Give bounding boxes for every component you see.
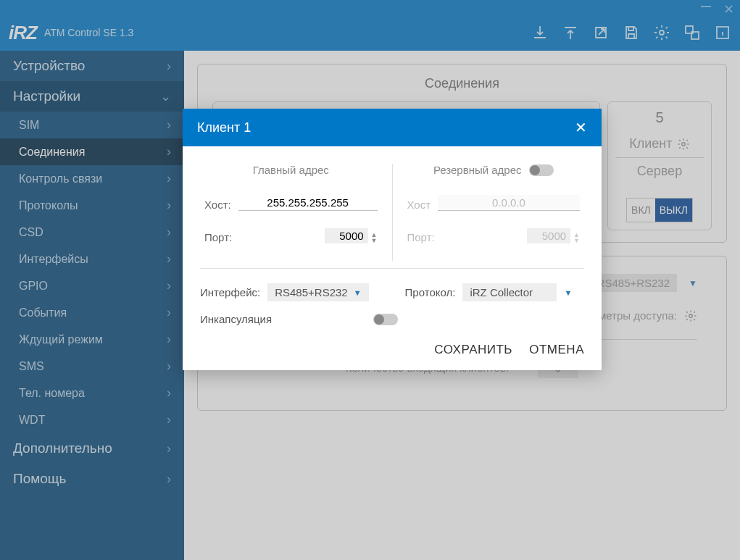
- dlg-proto-select[interactable]: iRZ Collector: [462, 283, 557, 301]
- port-backup-input: [527, 228, 570, 243]
- backup-address-heading: Резервный адрес: [433, 164, 522, 176]
- port-main-input[interactable]: [325, 228, 368, 243]
- dlg-proto-label: Протокол:: [405, 286, 456, 298]
- dropdown-icon: ▼: [354, 288, 362, 297]
- host-backup-input: [438, 195, 580, 211]
- encaps-label: Инкапсуляция: [200, 313, 272, 325]
- host-main-input[interactable]: [238, 195, 378, 211]
- spinner-icon[interactable]: ▲▼: [371, 232, 378, 243]
- dropdown-icon: ▼: [564, 288, 572, 297]
- cancel-button[interactable]: ОТМЕНА: [529, 343, 584, 356]
- encaps-toggle[interactable]: [373, 314, 398, 325]
- main-address-col: Главный адрес Хост: Порт: ▲▼: [200, 164, 393, 261]
- port-label: Порт:: [204, 231, 232, 243]
- dialog-title: Клиент 1: [197, 120, 251, 135]
- client-dialog: Клиент 1 ✕ Главный адрес Хост: Порт: ▲▼: [183, 109, 602, 370]
- spinner-icon: ▲▼: [573, 232, 580, 243]
- save-button[interactable]: СОХРАНИТЬ: [434, 343, 512, 356]
- port-label-backup: Порт:: [407, 231, 435, 243]
- dlg-iface-select[interactable]: RS485+RS232 ▼: [267, 283, 368, 301]
- close-icon[interactable]: ✕: [575, 119, 587, 136]
- host-label: Хост:: [204, 198, 231, 211]
- dlg-iface-label: Интерфейс:: [200, 286, 260, 298]
- dialog-header: Клиент 1 ✕: [183, 109, 602, 146]
- host-label-backup: Хост: [407, 198, 431, 211]
- backup-toggle[interactable]: [529, 164, 554, 176]
- backup-address-col: Резервный адрес Хост Порт: ▲▼: [393, 164, 585, 261]
- main-address-heading: Главный адрес: [204, 164, 378, 176]
